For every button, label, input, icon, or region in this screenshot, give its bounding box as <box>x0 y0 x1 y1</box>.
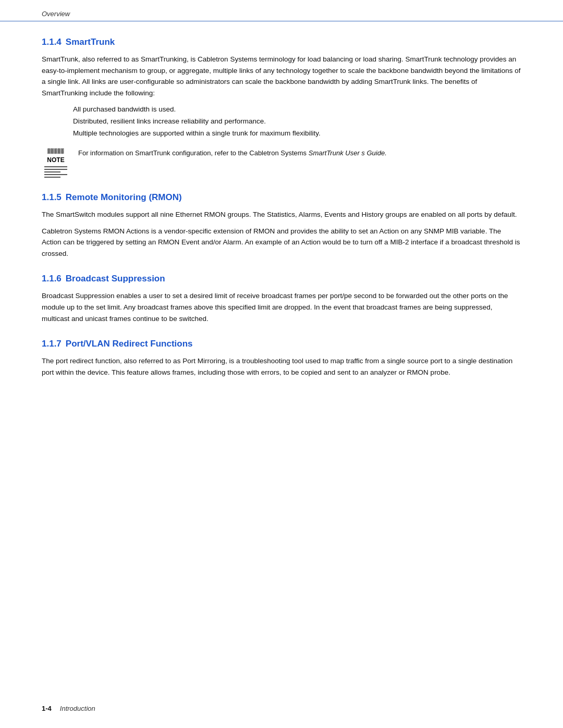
section-title-rmon: Remote Monitoring (RMON) <box>66 192 182 202</box>
note-line <box>44 171 60 172</box>
note-lines <box>44 166 67 178</box>
note-line <box>44 177 60 178</box>
section-body-rmon-p1: The SmartSwitch modules support all nine… <box>42 209 521 220</box>
note-text: For information on SmartTrunk configurat… <box>78 148 387 159</box>
section-num-port-vlan: 1.1.7 <box>42 339 62 349</box>
section-rmon: 1.1.5Remote Monitoring (RMON) The SmartS… <box>42 192 521 259</box>
footer-page-number: 1-4 <box>42 705 52 712</box>
section-body-smarttrunk-p1: SmartTrunk, also referred to as SmartTru… <box>42 54 521 98</box>
note-line <box>44 166 67 167</box>
section-broadcast-suppression: 1.1.6Broadcast Suppression Broadcast Sup… <box>42 274 521 324</box>
section-num-broadcast: 1.1.6 <box>42 274 62 283</box>
page-content: 1.1.4SmartTrunk SmartTrunk, also referre… <box>0 21 563 424</box>
section-body-rmon-p2: Cabletron Systems RMON Actions is a vend… <box>42 226 521 260</box>
section-title-port-vlan: Port/VLAN Redirect Functions <box>66 339 193 349</box>
section-body-broadcast-p1: Broadcast Suppression enables a user to … <box>42 290 521 324</box>
footer-label: Introduction <box>60 705 95 712</box>
list-item: Multiple technologies are supported with… <box>73 128 521 140</box>
section-num-rmon: 1.1.5 <box>42 192 62 202</box>
note-italic-text: SmartTrunk User s Guide. <box>309 149 387 157</box>
note-icon-top: ▓▓▓▓▓ <box>47 149 64 154</box>
section-title-broadcast: Broadcast Suppression <box>66 274 165 283</box>
note-label: NOTE <box>47 156 64 164</box>
section-heading-rmon: 1.1.5Remote Monitoring (RMON) <box>42 192 521 203</box>
section-heading-smarttrunk: 1.1.4SmartTrunk <box>42 37 521 47</box>
note-box: ▓▓▓▓▓ NOTE For information on SmartTrunk… <box>42 148 521 178</box>
smarttrunk-bullets: All purchased bandwidth is used. Distrib… <box>73 104 521 140</box>
list-item: All purchased bandwidth is used. <box>73 104 521 116</box>
note-icon: ▓▓▓▓▓ NOTE <box>42 148 70 178</box>
page-header: Overview <box>0 0 563 21</box>
section-port-vlan: 1.1.7Port/VLAN Redirect Functions The po… <box>42 339 521 378</box>
page-footer: 1-4 Introduction <box>42 705 521 712</box>
page: Overview 1.1.4SmartTrunk SmartTrunk, als… <box>0 0 563 728</box>
section-title-smarttrunk: SmartTrunk <box>66 37 115 47</box>
section-body-port-vlan-p1: The port redirect function, also referre… <box>42 355 521 378</box>
note-line <box>44 174 67 175</box>
section-num-smarttrunk: 1.1.4 <box>42 37 62 47</box>
note-line <box>44 169 67 170</box>
note-body-text: For information on SmartTrunk configurat… <box>78 149 309 157</box>
section-smarttrunk: 1.1.4SmartTrunk SmartTrunk, also referre… <box>42 37 521 178</box>
breadcrumb: Overview <box>42 10 70 18</box>
section-heading-port-vlan: 1.1.7Port/VLAN Redirect Functions <box>42 339 521 349</box>
list-item: Distributed, resilient links increase re… <box>73 116 521 128</box>
section-heading-broadcast: 1.1.6Broadcast Suppression <box>42 274 521 284</box>
